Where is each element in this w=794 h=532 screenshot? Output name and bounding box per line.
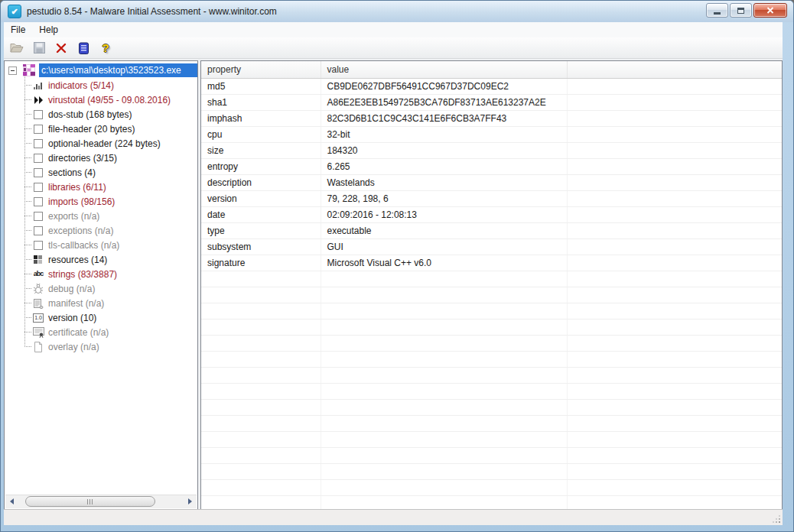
- open-file-button[interactable]: [8, 40, 26, 57]
- table-row[interactable]: descriptionWastelands: [201, 175, 782, 191]
- menu-help[interactable]: Help: [32, 23, 65, 37]
- table-row[interactable]: typeexecutable: [201, 223, 782, 239]
- tree-item-debug[interactable]: debug (n/a): [5, 281, 197, 296]
- empty-cell: [321, 384, 567, 400]
- tree-item-label: virustotal (49/55 - 09.08.2016): [48, 95, 171, 105]
- table-row[interactable]: subsystemGUI: [201, 239, 782, 255]
- tree-item-label: libraries (6/11): [48, 182, 106, 193]
- bar-chart-icon: [32, 79, 44, 92]
- value-cell: 79, 228, 198, 6: [321, 191, 567, 207]
- empty-cell: [321, 271, 567, 287]
- tree-item-label: version (10): [48, 313, 96, 323]
- table-row[interactable]: imphash82C3D6B1C1C9C43C141E6F6CB3A7FF43: [201, 111, 782, 127]
- menu-file[interactable]: File: [4, 23, 32, 37]
- table-row-empty: [201, 496, 782, 511]
- filler-cell: [567, 255, 782, 271]
- tree-item-label: exports (n/a): [48, 211, 99, 222]
- close-button[interactable]: [753, 3, 787, 18]
- filler-cell: [567, 239, 782, 255]
- tree-item-imports[interactable]: imports (98/156): [5, 194, 197, 209]
- tree-item-indicators[interactable]: indicators (5/14): [5, 78, 197, 92]
- title-bar[interactable]: ✔ pestudio 8.54 - Malware Initial Assess…: [1, 1, 793, 22]
- scrollbar-thumb[interactable]: [25, 496, 155, 507]
- table-row[interactable]: md5CB9DE0627DBF56491CC967D37DC09EC2: [201, 79, 782, 95]
- properties-table-body: md5CB9DE0627DBF56491CC967D37DC09EC2sha1A…: [201, 79, 782, 511]
- property-cell: cpu: [201, 127, 321, 143]
- property-cell: imphash: [201, 111, 321, 127]
- checkbox-icon: [32, 109, 44, 121]
- empty-cell: [567, 352, 782, 368]
- tree-item-resources[interactable]: resources (14): [5, 252, 197, 267]
- tree-item-dos-stub[interactable]: dos-stub (168 bytes): [5, 107, 197, 122]
- tree-horizontal-scrollbar[interactable]: [5, 495, 197, 508]
- scroll-left-button[interactable]: [5, 495, 18, 508]
- tree-item-libraries[interactable]: libraries (6/11): [5, 180, 197, 194]
- empty-cell: [567, 496, 782, 511]
- empty-cell: [321, 496, 567, 511]
- tree-item-exports[interactable]: exports (n/a): [5, 209, 197, 223]
- tree-item-manifest[interactable]: manifest (n/a): [5, 296, 197, 310]
- table-row[interactable]: signatureMicrosoft Visual C++ v6.0: [201, 255, 782, 271]
- tree-item-strings[interactable]: abcstrings (83/3887): [5, 267, 197, 281]
- empty-cell: [321, 400, 567, 416]
- tree-item-sections[interactable]: sections (4): [5, 165, 197, 180]
- navigation-tree-panel: c:\users\mal\desktop\3523523.exe indicat…: [4, 60, 198, 510]
- tree-item-label: exceptions (n/a): [48, 225, 113, 236]
- report-icon: [79, 42, 89, 54]
- checkbox-icon: [32, 210, 44, 222]
- empty-cell: [201, 352, 321, 368]
- tree-item-optional-header[interactable]: optional-header (224 bytes): [5, 136, 197, 151]
- resize-grip-icon[interactable]: [773, 515, 781, 524]
- tree-item-certificate[interactable]: certificate (n/a): [5, 325, 197, 339]
- property-cell: size: [201, 143, 321, 159]
- empty-cell: [321, 287, 567, 303]
- column-header-value[interactable]: value: [321, 61, 567, 79]
- empty-cell: [567, 368, 782, 384]
- empty-cell: [201, 368, 321, 384]
- column-header-property[interactable]: property: [201, 61, 321, 79]
- tree-item-virustotal[interactable]: virustotal (49/55 - 09.08.2016): [5, 92, 197, 107]
- filler-cell: [567, 95, 782, 111]
- tree-item-overlay[interactable]: overlay (n/a): [5, 339, 197, 354]
- tree-root-item[interactable]: c:\users\mal\desktop\3523523.exe: [5, 63, 197, 78]
- report-button[interactable]: [74, 40, 93, 57]
- table-row[interactable]: sha1A86E2E3EB1549725B3CA76DF83713AE61323…: [201, 95, 782, 111]
- tree-item-exceptions[interactable]: exceptions (n/a): [5, 223, 197, 238]
- empty-cell: [201, 432, 321, 448]
- table-row[interactable]: size184320: [201, 143, 782, 159]
- empty-cell: [321, 336, 567, 352]
- table-row[interactable]: version79, 228, 198, 6: [201, 191, 782, 207]
- empty-cell: [567, 416, 782, 432]
- remove-file-button[interactable]: [52, 40, 70, 57]
- empty-cell: [321, 352, 567, 368]
- tree-item-directories[interactable]: directories (3/15): [5, 151, 197, 165]
- about-button[interactable]: ?: [96, 40, 115, 57]
- scroll-right-button[interactable]: [184, 495, 197, 508]
- empty-cell: [321, 303, 567, 320]
- version-icon: 1.0: [32, 312, 44, 324]
- tree-item-tls-callbacks[interactable]: tls-callbacks (n/a): [5, 238, 197, 252]
- value-cell: 32-bit: [321, 127, 567, 143]
- checkbox-icon: [32, 196, 44, 208]
- table-row[interactable]: cpu32-bit: [201, 127, 782, 143]
- value-cell: 184320: [321, 143, 567, 159]
- table-row-empty: [201, 271, 782, 287]
- tree-item-version[interactable]: 1.0version (10): [5, 310, 197, 325]
- save-button[interactable]: [30, 40, 48, 57]
- manifest-icon: [32, 297, 44, 310]
- tree-item-file-header[interactable]: file-header (20 bytes): [5, 122, 197, 136]
- properties-panel: property value md5CB9DE0627DBF56491CC967…: [200, 60, 783, 510]
- table-row-empty: [201, 448, 782, 464]
- minimize-button[interactable]: [706, 3, 728, 18]
- table-row[interactable]: date02:09:2016 - 12:08:13: [201, 207, 782, 223]
- collapse-expander-icon[interactable]: [8, 66, 17, 75]
- filler-cell: [567, 175, 782, 191]
- empty-cell: [567, 287, 782, 303]
- value-cell: GUI: [321, 239, 567, 255]
- tree-item-label: certificate (n/a): [48, 327, 109, 338]
- maximize-button[interactable]: [730, 3, 752, 18]
- table-row[interactable]: entropy6.265: [201, 159, 782, 175]
- empty-cell: [321, 432, 567, 448]
- property-cell: date: [201, 207, 321, 223]
- open-folder-icon: [10, 42, 24, 54]
